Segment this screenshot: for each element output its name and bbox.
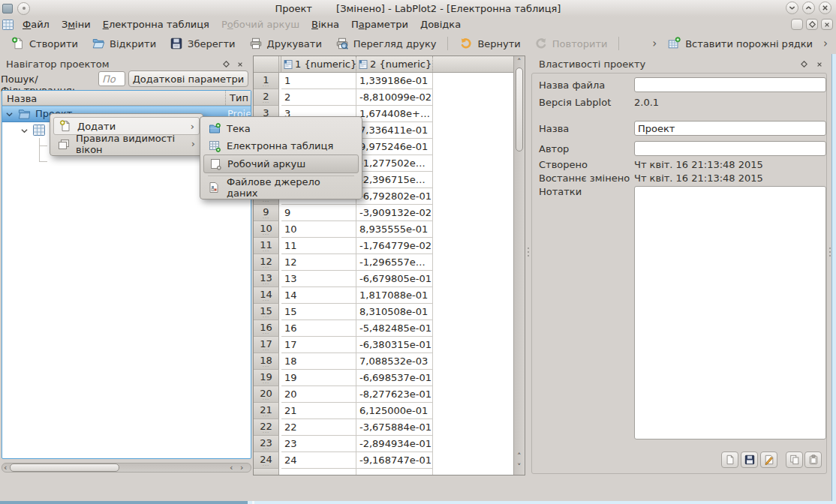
close-button[interactable] bbox=[819, 2, 831, 14]
mdi-close-button[interactable] bbox=[821, 19, 833, 30]
properties-float-button[interactable] bbox=[798, 58, 810, 70]
cell-col2[interactable]: -1,764779e-02 bbox=[356, 238, 433, 254]
menu-windows[interactable]: Вікна bbox=[305, 16, 345, 33]
print-button[interactable]: Друкувати bbox=[242, 35, 329, 52]
file-name-input[interactable] bbox=[634, 77, 826, 92]
cell-col2[interactable]: -1,277502e… bbox=[356, 155, 433, 172]
print-preview-button[interactable]: Перегляд друку bbox=[329, 35, 444, 52]
cell-col2[interactable]: 7,088532e-03 bbox=[356, 353, 433, 370]
cell-col2[interactable]: -6,698537e-01 bbox=[356, 370, 433, 386]
spreadsheet-vscrollbar[interactable]: ˄ ˄ ˅ bbox=[513, 56, 525, 475]
cell-col2[interactable]: -6,679805e-01 bbox=[356, 271, 433, 287]
scroll-up-icon[interactable]: ˄ bbox=[517, 452, 522, 460]
scroll-left-icon[interactable]: ‹ bbox=[4, 464, 7, 472]
mdi-minimize-button[interactable] bbox=[791, 19, 803, 30]
cell-col1[interactable]: 24 bbox=[281, 452, 356, 469]
cell-col1[interactable]: 15 bbox=[281, 304, 356, 320]
cell-col2[interactable]: 9,975246e-01 bbox=[356, 139, 433, 155]
row-header[interactable]: 9 bbox=[254, 205, 279, 221]
cell-col1[interactable]: 2 bbox=[281, 89, 356, 106]
hscroll-thumb[interactable] bbox=[10, 464, 119, 472]
scroll-up-icon[interactable]: ˄ bbox=[517, 58, 522, 66]
cell-col2[interactable]: -2,894934e-01 bbox=[356, 436, 433, 452]
cell-col1[interactable]: 20 bbox=[281, 386, 356, 403]
cell-col1[interactable]: 11 bbox=[281, 238, 356, 254]
column-header-2[interactable]: 2 {numeric} bbox=[356, 56, 433, 73]
toolbar-extension-icon[interactable]: › bbox=[648, 37, 660, 50]
row-header[interactable]: 17 bbox=[254, 337, 279, 353]
cell-col1[interactable]: 21 bbox=[281, 403, 356, 419]
cell-col2[interactable]: -8,277623e-01 bbox=[356, 386, 433, 403]
cell-col1[interactable]: 13 bbox=[281, 271, 356, 287]
cell-col1[interactable]: 12 bbox=[281, 254, 356, 271]
spreadsheet-window-icon[interactable] bbox=[2, 20, 14, 30]
splitter-handle[interactable] bbox=[828, 248, 831, 256]
cell-col2[interactable]: -6,792802e-01 bbox=[356, 188, 433, 205]
cell-col1[interactable]: 17 bbox=[281, 337, 356, 353]
submenu-item-folder[interactable]: Тека bbox=[203, 120, 359, 137]
menu-edit[interactable]: Зміни bbox=[56, 16, 97, 33]
cell-col2[interactable]: -1,296557e… bbox=[356, 254, 433, 271]
row-header[interactable]: 14 bbox=[254, 287, 279, 304]
scroll-right-icon[interactable]: › bbox=[240, 464, 243, 472]
cell-col1[interactable]: 9 bbox=[281, 205, 356, 221]
row-header[interactable]: 12 bbox=[254, 254, 279, 271]
menu-help[interactable]: Довідка bbox=[414, 16, 467, 33]
cell-col1[interactable]: 14 bbox=[281, 287, 356, 304]
navigator-hscrollbar[interactable]: ‹ ‹ › bbox=[2, 463, 251, 472]
search-input[interactable] bbox=[98, 71, 125, 86]
submenu-item-spreadsheet[interactable]: Електронна таблиця bbox=[203, 137, 359, 154]
row-header[interactable]: 23 bbox=[254, 436, 279, 452]
row-header[interactable]: 13 bbox=[254, 271, 279, 287]
notes-textarea[interactable] bbox=[634, 186, 826, 440]
row-header[interactable]: 21 bbox=[254, 403, 279, 419]
properties-close-button[interactable] bbox=[813, 58, 825, 70]
row-header[interactable]: 2 bbox=[254, 89, 279, 106]
cell-col2[interactable]: 8,310508e-01 bbox=[356, 304, 433, 320]
menu-settings[interactable]: Параметри bbox=[345, 16, 414, 33]
cell-col2[interactable]: 8,935555e-01 bbox=[356, 221, 433, 238]
cell-col2[interactable]: -6,380315e-01 bbox=[356, 337, 433, 353]
cell-col1[interactable]: 19 bbox=[281, 370, 356, 386]
expander-down-icon[interactable] bbox=[6, 112, 13, 117]
menu-file[interactable]: Файл bbox=[17, 16, 56, 33]
navigator-float-button[interactable] bbox=[221, 58, 232, 70]
copy-button[interactable] bbox=[786, 452, 803, 468]
cell-col1[interactable]: 1 bbox=[281, 73, 356, 89]
scroll-down-icon[interactable]: ˅ bbox=[517, 463, 522, 471]
menu-item-window-rules[interactable]: Правила видимості вікон › bbox=[53, 135, 200, 152]
author-input[interactable] bbox=[634, 141, 826, 156]
row-header[interactable]: 20 bbox=[254, 386, 279, 403]
menu-spreadsheet[interactable]: Електронна таблиця bbox=[97, 16, 215, 33]
row-header[interactable]: 24 bbox=[254, 452, 279, 469]
select-all-corner[interactable] bbox=[254, 56, 279, 73]
row-header[interactable]: 11 bbox=[254, 238, 279, 254]
paste-button[interactable] bbox=[804, 452, 822, 468]
new-button[interactable]: Створити bbox=[5, 35, 85, 52]
edit-notes-button[interactable] bbox=[760, 452, 777, 468]
cell-col2[interactable]: 7,336411e-01 bbox=[356, 122, 433, 139]
toolbar-extension-icon[interactable]: › bbox=[819, 37, 831, 50]
cell-col1[interactable]: 16 bbox=[281, 320, 356, 337]
navigator-close-button[interactable] bbox=[234, 58, 245, 70]
expander-down-icon[interactable] bbox=[21, 128, 28, 134]
insert-empty-rows-button[interactable]: Вставити порожні рядки bbox=[660, 35, 819, 52]
cell-col2[interactable]: -8,810099e-02 bbox=[356, 89, 433, 106]
submenu-item-worksheet[interactable]: Робочий аркуш bbox=[203, 154, 359, 173]
row-header[interactable]: 1 bbox=[254, 73, 279, 89]
cell-col1[interactable]: 18 bbox=[281, 353, 356, 370]
submenu-item-file-data-source[interactable]: Файлове джерело даних bbox=[203, 178, 359, 196]
cell-col2[interactable]: -5,482485e-01 bbox=[356, 320, 433, 337]
column-header-name[interactable]: Назва bbox=[7, 92, 37, 106]
maximize-button[interactable] bbox=[802, 2, 815, 14]
row-header[interactable]: 10 bbox=[254, 221, 279, 238]
cell-col2[interactable]: 6,125000e-01 bbox=[356, 403, 433, 419]
row-header[interactable]: 15 bbox=[254, 304, 279, 320]
row-header[interactable]: 16 bbox=[254, 320, 279, 337]
save-button[interactable]: Зберегти bbox=[163, 35, 242, 52]
undo-button[interactable]: Вернути bbox=[453, 35, 527, 52]
vscroll-thumb[interactable] bbox=[516, 68, 523, 152]
load-notes-button[interactable] bbox=[721, 452, 738, 468]
cell-col2[interactable]: -2,396715e… bbox=[356, 172, 433, 188]
cell-col2[interactable]: 1,339186e-01 bbox=[356, 73, 433, 89]
